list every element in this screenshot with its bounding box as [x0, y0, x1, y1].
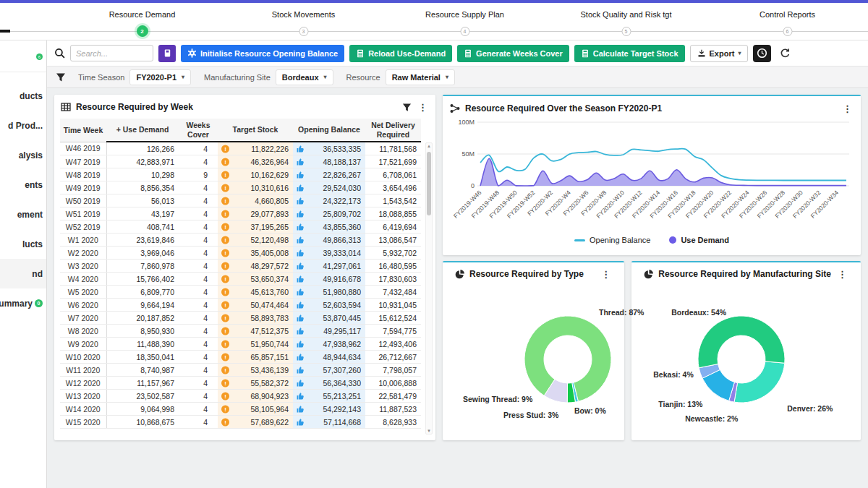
- sidebar-item[interactable]: ents: [0, 170, 46, 200]
- table-row[interactable]: W11 20208,740,9874!53,436,13957,307,2607…: [60, 364, 421, 377]
- table-row[interactable]: W49 20198,856,3544!10,310,61629,524,0303…: [60, 181, 421, 194]
- notebook-button[interactable]: [158, 45, 176, 62]
- table-row[interactable]: W1 202023,619,8464!52,120,49849,866,3131…: [60, 234, 421, 247]
- sidebar-item[interactable]: ement: [0, 200, 46, 229]
- step-number-badge[interactable]: 3: [299, 27, 308, 36]
- sidebar-item[interactable]: lucts: [0, 229, 46, 259]
- table-row[interactable]: W50 201956,0134!4,660,80524,322,1731,543…: [60, 194, 421, 207]
- col-target-stock[interactable]: Target Stock: [218, 119, 293, 142]
- warning-icon: !: [221, 379, 229, 387]
- table-cell: 4: [179, 142, 218, 155]
- stepper-step[interactable]: Resource Demand2: [61, 3, 223, 40]
- table-row[interactable]: W15 202010,868,6754!57,689,62257,114,668…: [60, 416, 421, 429]
- table-row[interactable]: W2 20203,969,0464!35,405,00839,333,0145,…: [60, 247, 421, 260]
- stepper-step[interactable]: Resource Supply Plan4: [384, 3, 545, 40]
- table-row[interactable]: W8 20208,950,9304!47,512,37549,295,1177,…: [60, 325, 421, 338]
- table-row[interactable]: W9 202011,488,3904!51,950,74447,938,9621…: [60, 338, 421, 351]
- table-row[interactable]: W51 201943,1974!29,077,89325,809,70218,0…: [60, 207, 421, 221]
- step-label: Resource Demand: [61, 10, 223, 19]
- table-header-row: Time Week + Use Demand Weeks Cover Targe…: [60, 119, 421, 142]
- table-vertical-scrollbar[interactable]: ▴ ▾: [425, 142, 433, 435]
- search-input[interactable]: [70, 45, 153, 61]
- table-row[interactable]: W13 202023,502,5874!68,904,92355,213,251…: [60, 390, 421, 403]
- scroll-down-arrow-icon[interactable]: ▾: [426, 428, 432, 434]
- table-row[interactable]: W46 2019126,2664!11,822,22636,533,33511,…: [60, 142, 421, 155]
- season-chart-menu-kebab-icon[interactable]: ⋮: [841, 103, 854, 114]
- stepper-step[interactable]: Stock Movements3: [223, 3, 384, 40]
- sidebar-item[interactable]: ducts: [0, 81, 46, 111]
- calculator-icon: [581, 49, 590, 58]
- warning-icon: !: [221, 392, 229, 400]
- table-row[interactable]: W5 20206,809,7704!45,613,76051,980,8807,…: [60, 286, 421, 299]
- season-chart-title: Resource Required Over the Season FY2020…: [465, 103, 836, 114]
- step-number-badge[interactable]: 5: [621, 27, 631, 36]
- table-row[interactable]: W14 20209,064,9984!58,105,96454,292,1431…: [60, 403, 421, 416]
- refresh-button[interactable]: [776, 45, 793, 62]
- donut-type-menu-kebab-icon[interactable]: ⋮: [600, 269, 612, 280]
- reload-use-demand-button[interactable]: Reload Use-Demand: [349, 45, 452, 62]
- table-cell: 126,266: [106, 142, 179, 155]
- col-time-week[interactable]: Time Week: [60, 119, 106, 142]
- donut-site-menu-kebab-icon[interactable]: ⋮: [836, 269, 848, 280]
- table-cell: !4,660,805: [218, 194, 293, 207]
- table-row[interactable]: W7 202020,187,8524!58,893,78353,870,4451…: [60, 312, 421, 325]
- table-filter-icon[interactable]: [402, 103, 412, 112]
- table-cell: 4: [179, 181, 218, 194]
- step-number-badge[interactable]: 6: [783, 27, 792, 36]
- thumbs-up-icon: [297, 184, 305, 192]
- table-menu-kebab-icon[interactable]: ⋮: [417, 102, 429, 113]
- col-weeks-cover[interactable]: Weeks Cover: [179, 119, 218, 142]
- scrollbar-thumb[interactable]: [427, 152, 431, 215]
- sidebar-item[interactable]: alysis: [0, 140, 46, 170]
- export-button[interactable]: Export ▾: [690, 45, 749, 62]
- legend-opening-balance[interactable]: Opening Balance: [574, 236, 650, 244]
- filter-funnel-icon[interactable]: [56, 72, 66, 82]
- table-cell: 26,712,667: [365, 351, 421, 364]
- stepper-step[interactable]: Stock Quality and Risk tgt5: [545, 3, 707, 40]
- table-cell: 39,333,014: [293, 247, 365, 260]
- col-opening-balance[interactable]: Opening Balance: [293, 119, 365, 142]
- table-row[interactable]: W10 202018,350,0414!65,857,15148,944,634…: [60, 351, 421, 364]
- step-number-badge[interactable]: 2: [137, 25, 148, 37]
- table-cell: 4: [179, 273, 218, 286]
- table-cell: !57,689,622: [218, 416, 293, 429]
- table-row[interactable]: W12 202011,157,9674!55,582,37256,364,330…: [60, 377, 421, 390]
- legend-use-demand[interactable]: Use Demand: [669, 236, 729, 244]
- col-net-delivery[interactable]: Net Delivery Required: [365, 119, 421, 142]
- initialise-opening-balance-button[interactable]: Initialise Resource Opening Balance: [181, 45, 344, 62]
- warning-icon: !: [221, 210, 229, 218]
- sidebar-item[interactable]: nd: [0, 259, 46, 288]
- calculate-target-stock-button[interactable]: Calculate Target Stock: [574, 45, 685, 62]
- donut-type-panel: Resource Required by Type ⋮ Thread: 87% …: [443, 261, 624, 440]
- table-row[interactable]: W48 201910,2989!10,162,62922,826,2676,70…: [60, 168, 421, 181]
- table-cell: 4: [179, 299, 218, 312]
- col-use-demand[interactable]: + Use Demand: [106, 119, 179, 142]
- table-row[interactable]: W6 20209,664,1944!50,474,46452,603,59410…: [60, 299, 421, 312]
- generate-weeks-cover-button[interactable]: Generate Weeks Cover: [457, 45, 569, 62]
- table-cell: W5 2020: [60, 286, 106, 299]
- table-cell: 7,798,057: [365, 364, 421, 377]
- table-cell: 43,855,360: [293, 221, 365, 234]
- pie-chart-icon: [644, 270, 653, 279]
- sidebar-item[interactable]: ummary0: [0, 288, 46, 318]
- table-cell: !53,436,139: [218, 364, 293, 377]
- filter-selected-value: Raw Material: [392, 73, 441, 82]
- sidebar-item-label: ents: [25, 180, 43, 190]
- filter-select[interactable]: Raw Material▾: [386, 69, 455, 85]
- thumbs-up-icon: [297, 314, 305, 322]
- table-cell: 43,197: [106, 207, 179, 221]
- history-clock-button[interactable]: [753, 45, 771, 62]
- table-row[interactable]: W3 20207,860,9784!48,297,57241,297,06116…: [60, 260, 421, 273]
- sidebar-item[interactable]: d Prod...: [0, 111, 46, 140]
- table-row[interactable]: W52 2019408,7414!37,195,26543,855,3606,4…: [60, 221, 421, 234]
- gears-icon: [187, 48, 197, 58]
- table-cell: !48,297,572: [218, 260, 293, 273]
- table-row[interactable]: W47 201942,883,9714!46,326,96448,188,137…: [60, 155, 421, 168]
- stepper-step[interactable]: Control Reports6: [707, 3, 868, 40]
- table-cell: 4: [179, 221, 218, 234]
- filter-select[interactable]: Bordeaux▾: [276, 69, 333, 85]
- scroll-up-arrow-icon[interactable]: ▴: [426, 143, 432, 149]
- table-row[interactable]: W4 202015,766,4024!53,650,37449,916,6781…: [60, 273, 421, 286]
- step-number-badge[interactable]: 4: [460, 27, 469, 36]
- filter-select[interactable]: FY2020-P1▾: [129, 69, 191, 85]
